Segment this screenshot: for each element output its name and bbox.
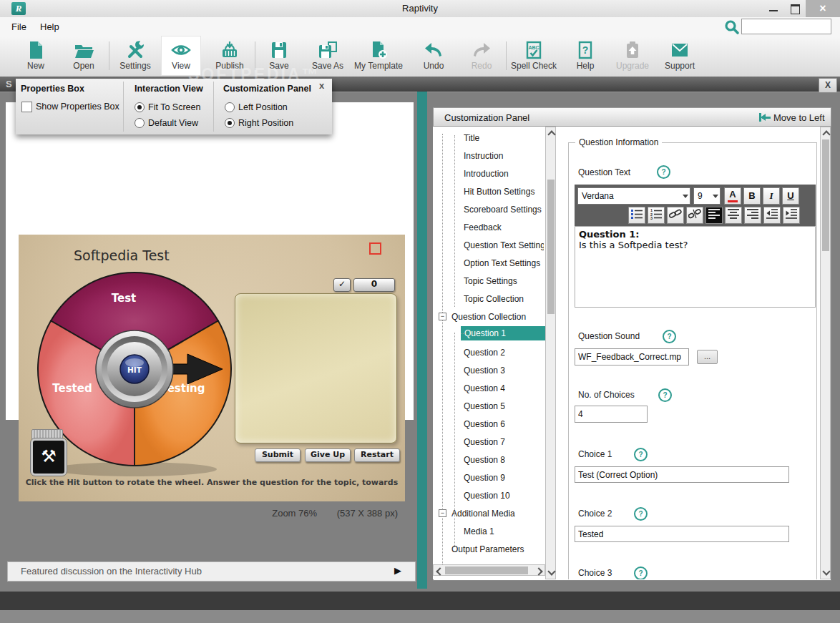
toolbar-my-template-button[interactable]: My Template xyxy=(352,36,405,76)
left-position-radio[interactable] xyxy=(225,102,235,112)
tree-item-introduction[interactable]: Introduction xyxy=(464,167,544,181)
choice-1-input[interactable] xyxy=(575,466,789,483)
scroll-right-arrow[interactable] xyxy=(534,567,542,575)
menu-file[interactable]: File xyxy=(11,21,26,32)
choice-2-help-icon[interactable]: ? xyxy=(634,507,648,521)
font-size-select[interactable]: 9 xyxy=(693,187,721,205)
tree-item-question-8[interactable]: Question 8 xyxy=(464,453,544,467)
show-properties-box-checkbox[interactable] xyxy=(21,102,32,112)
tree-item-media-1[interactable]: Media 1 xyxy=(464,524,544,539)
panel-divider[interactable] xyxy=(417,92,427,589)
scroll-up-arrow[interactable] xyxy=(822,130,830,138)
tree-item-question-4[interactable]: Question 4 xyxy=(464,381,544,396)
question-sound-input[interactable] xyxy=(575,348,689,366)
remove-link-button[interactable] xyxy=(686,207,703,224)
toolbar-settings-button[interactable]: Settings xyxy=(114,36,157,76)
browse-button[interactable]: ... xyxy=(697,350,718,364)
align-right-button[interactable] xyxy=(744,207,761,224)
tree-item-option-text-settings[interactable]: Option Text Settings xyxy=(464,256,544,270)
toolbar-open-button[interactable]: Open xyxy=(64,36,104,76)
tree-item-topic-settings[interactable]: Topic Settings xyxy=(464,274,544,288)
move-to-left-button[interactable]: Move to Left xyxy=(759,112,825,123)
font-family-select[interactable]: Verdana xyxy=(577,187,690,205)
workspace-close-button[interactable]: X xyxy=(819,78,837,93)
fit-to-screen-radio[interactable] xyxy=(135,102,145,112)
toolbar-save-as-button[interactable]: Save As xyxy=(306,36,349,76)
toolbar-publish-button[interactable]: Publish xyxy=(208,36,251,76)
tree-item-question-text-settings[interactable]: Question Text Settings xyxy=(464,238,544,252)
scroll-down-arrow[interactable] xyxy=(547,567,555,575)
toolbar-new-button[interactable]: New xyxy=(16,36,56,76)
align-left-button[interactable] xyxy=(705,207,723,224)
toolbar-support-button[interactable]: Support xyxy=(660,36,700,76)
form-vertical-scrollbar[interactable] xyxy=(820,127,831,579)
numbered-list-button[interactable]: 123 xyxy=(648,207,665,224)
tree-item-title[interactable]: Title xyxy=(464,131,544,145)
tree-item-output-parameters[interactable]: Output Parameters xyxy=(451,542,544,556)
choice-3-help-icon[interactable]: ? xyxy=(634,566,648,579)
tree-expander-additional-media[interactable]: − xyxy=(439,509,446,517)
restart-button[interactable]: Restart xyxy=(354,448,400,462)
question-text-help-icon[interactable]: ? xyxy=(657,165,670,179)
tree-item-question-1[interactable]: Question 1 xyxy=(461,326,545,340)
tree-expander-question-collection[interactable]: − xyxy=(439,313,446,320)
maximize-button[interactable] xyxy=(784,0,806,17)
underline-button[interactable]: U xyxy=(782,187,799,205)
indent-button[interactable] xyxy=(783,207,800,224)
font-color-button[interactable]: A xyxy=(724,187,741,205)
search-input[interactable] xyxy=(741,19,831,34)
align-center-button[interactable] xyxy=(725,207,742,224)
tree-vertical-scrollbar[interactable] xyxy=(545,127,556,579)
tree-item-topic-collection[interactable]: Topic Collection xyxy=(464,292,544,306)
form-scrollbar-thumb[interactable] xyxy=(822,139,829,251)
dropdown-close-icon[interactable]: x xyxy=(319,80,324,91)
scroll-left-arrow[interactable] xyxy=(436,567,444,575)
question-sound-help-icon[interactable]: ? xyxy=(663,330,676,343)
choice-2-input[interactable] xyxy=(575,526,789,542)
italic-button[interactable]: I xyxy=(763,187,780,205)
search-icon[interactable] xyxy=(724,19,740,35)
toolbar-undo-button[interactable]: Undo xyxy=(414,36,454,76)
toolbar-save-button[interactable]: Save xyxy=(259,36,299,76)
check-score-button[interactable]: ✓ xyxy=(333,278,351,292)
tree-scrollbar-thumb[interactable] xyxy=(547,180,555,314)
toolbar-spell-check-button[interactable]: ABC Spell Check xyxy=(508,36,560,76)
insert-link-button[interactable] xyxy=(667,207,684,224)
tree-item-question-5[interactable]: Question 5 xyxy=(464,399,544,413)
toolbar-view-button[interactable]: View xyxy=(161,36,201,76)
choices-count-input[interactable] xyxy=(575,406,648,423)
tree-item-feedback[interactable]: Feedback xyxy=(464,220,544,235)
tree-item-question-3[interactable]: Question 3 xyxy=(464,363,544,378)
tree-item-scoreboard-settings[interactable]: Scoreboard Settings xyxy=(464,202,544,217)
tree-item-question-2[interactable]: Question 2 xyxy=(464,345,544,360)
tree-item-question-9[interactable]: Question 9 xyxy=(464,471,544,485)
scroll-down-arrow[interactable] xyxy=(822,567,830,575)
give-up-button[interactable]: Give Up xyxy=(305,448,351,462)
question-text-editor[interactable]: Question 1: Is this a Softpedia test? xyxy=(575,226,816,308)
tree-horizontal-scrollbar[interactable] xyxy=(433,564,545,576)
minimize-button[interactable] xyxy=(763,0,784,17)
toolbar-help-button[interactable]: ? Help xyxy=(565,36,605,76)
tree-item-additional-media[interactable]: Additional Media xyxy=(451,506,544,521)
tree-item-hit-button-settings[interactable]: Hit Button Settings xyxy=(464,185,544,199)
submit-button[interactable]: Submit xyxy=(255,448,301,462)
tree-item-question-10[interactable]: Question 10 xyxy=(464,489,544,503)
choice-1-help-icon[interactable]: ? xyxy=(634,448,648,461)
featured-discussion-bar[interactable]: Featured discussion on the Interactivity… xyxy=(7,561,416,582)
tree-item-question-collection[interactable]: Question Collection xyxy=(451,310,544,324)
scroll-up-arrow[interactable] xyxy=(547,130,555,138)
bold-button[interactable]: B xyxy=(743,187,761,205)
tree-item-question-6[interactable]: Question 6 xyxy=(464,417,544,431)
choices-count-help-icon[interactable]: ? xyxy=(658,388,672,402)
tree-item-instruction[interactable]: Instruction xyxy=(464,149,544,163)
play-icon[interactable]: ▶ xyxy=(394,565,401,576)
toolbar-upgrade-button[interactable]: Upgrade xyxy=(611,36,654,76)
tree-hscrollbar-thumb[interactable] xyxy=(445,566,528,574)
bullet-list-button[interactable] xyxy=(628,207,645,224)
tree-item-question-7[interactable]: Question 7 xyxy=(464,435,544,449)
close-button[interactable]: × xyxy=(806,0,840,17)
stage-tools-button[interactable]: ⚒ xyxy=(31,438,67,476)
outdent-button[interactable] xyxy=(763,207,781,224)
right-position-radio[interactable] xyxy=(225,118,235,128)
toolbar-redo-button[interactable]: Redo xyxy=(461,36,502,76)
